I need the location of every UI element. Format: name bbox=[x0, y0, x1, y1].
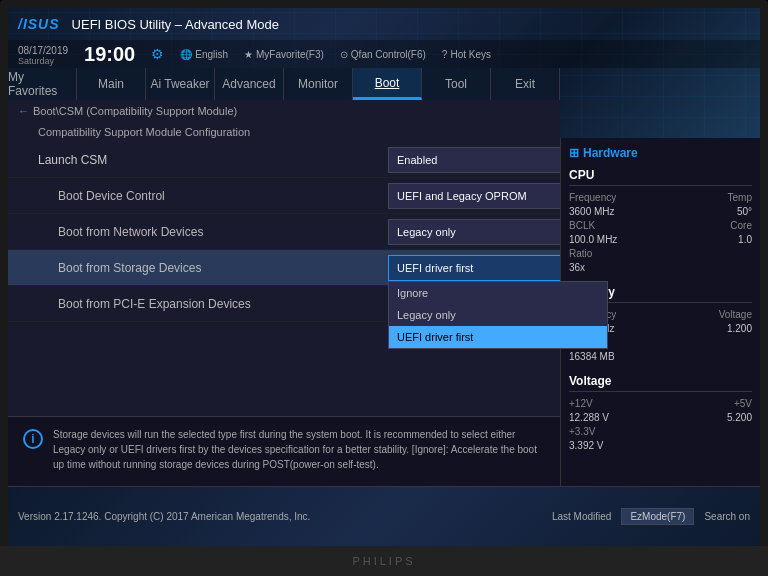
tab-exit[interactable]: Exit bbox=[491, 68, 560, 100]
back-arrow-icon[interactable]: ← bbox=[18, 105, 29, 117]
cpu-ratio-row: Ratio bbox=[569, 248, 752, 259]
tab-advanced[interactable]: Advanced bbox=[215, 68, 284, 100]
section-header: Compatibility Support Module Configurati… bbox=[8, 122, 560, 142]
day: Saturday bbox=[18, 57, 68, 66]
app-title: UEFI BIOS Utility – Advanced Mode bbox=[72, 17, 279, 32]
bottom-bar: Version 2.17.1246. Copyright (C) 2017 Am… bbox=[8, 486, 760, 546]
hardware-icon: ⊞ bbox=[569, 146, 579, 160]
info-icon: i bbox=[23, 429, 43, 449]
volt-12-row: +12V +5V bbox=[569, 398, 752, 409]
cpu-freq-row: Frequency Temp bbox=[569, 192, 752, 203]
logo-bar: /ISUS UEFI BIOS Utility – Advanced Mode bbox=[8, 8, 760, 40]
setting-boot-network: Boot from Network Devices Legacy only ▼ bbox=[8, 214, 560, 250]
boot-storage-label: Boot from Storage Devices bbox=[38, 261, 388, 275]
screen: /ISUS UEFI BIOS Utility – Advanced Mode … bbox=[8, 8, 760, 546]
boot-storage-dropdown-menu: Ignore Legacy only UEFI driver first bbox=[388, 281, 608, 349]
cpu-bclk-val-row: 100.0 MHz 1.0 bbox=[569, 234, 752, 245]
datetime: 08/17/2019 Saturday bbox=[18, 43, 68, 66]
tab-boot[interactable]: Boot bbox=[353, 68, 422, 100]
asus-logo: /ISUS bbox=[18, 16, 60, 32]
search-label: Search on bbox=[704, 511, 750, 522]
settings-area: Launch CSM Enabled ▼ Boot Device Control… bbox=[8, 142, 560, 416]
help-icon: ? bbox=[442, 49, 448, 60]
voltage-title: Voltage bbox=[569, 374, 752, 392]
fan-icon: ⊙ bbox=[340, 49, 348, 60]
setting-boot-storage: Boot from Storage Devices UEFI driver fi… bbox=[8, 250, 560, 286]
last-modified-label: Last Modified bbox=[552, 511, 611, 522]
tab-tool[interactable]: Tool bbox=[422, 68, 491, 100]
cpu-bclk-row: BCLK Core bbox=[569, 220, 752, 231]
globe-icon: 🌐 bbox=[180, 49, 192, 60]
monitor-brand: PHILIPS bbox=[352, 555, 415, 567]
sidebar-voltage-section: Voltage +12V +5V 12.288 V 5.200 +3.3V 3.… bbox=[569, 374, 752, 451]
tab-ai-tweaker[interactable]: Ai Tweaker bbox=[146, 68, 215, 100]
tab-my-favorites[interactable]: My Favorites bbox=[8, 68, 77, 100]
bottom-right: Last Modified EzMode(F7) Search on bbox=[552, 508, 750, 525]
dropdown-option-uefi-first[interactable]: UEFI driver first bbox=[389, 326, 607, 348]
dropdown-option-ignore[interactable]: Ignore bbox=[389, 282, 607, 304]
gear-icon[interactable]: ⚙ bbox=[151, 46, 164, 62]
star-icon: ★ bbox=[244, 49, 253, 60]
version-info: Version 2.17.1246. Copyright (C) 2017 Am… bbox=[18, 511, 310, 522]
mem-cap-val-row: 16384 MB bbox=[569, 351, 752, 362]
date: 08/17/2019 bbox=[18, 45, 68, 56]
setting-boot-device-control: Boot Device Control UEFI and Legacy OPRO… bbox=[8, 178, 560, 214]
nav-tabs: My Favorites Main Ai Tweaker Advanced Mo… bbox=[8, 68, 560, 100]
setting-launch-csm: Launch CSM Enabled ▼ bbox=[8, 142, 560, 178]
volt-33-row: +3.3V bbox=[569, 426, 752, 437]
hotkeys-btn[interactable]: ? Hot Keys bbox=[442, 49, 491, 60]
monitor-bezel: /ISUS UEFI BIOS Utility – Advanced Mode … bbox=[0, 0, 768, 576]
boot-network-label: Boot from Network Devices bbox=[38, 225, 388, 239]
sidebar-cpu-section: CPU Frequency Temp 3600 MHz 50° BCLK Cor… bbox=[569, 168, 752, 273]
boot-pcie-label: Boot from PCI-E Expansion Devices bbox=[38, 297, 388, 311]
info-text: Storage devices will run the selected ty… bbox=[53, 427, 545, 472]
breadcrumb: ← Boot\CSM (Compatibility Support Module… bbox=[8, 100, 560, 122]
tab-main[interactable]: Main bbox=[77, 68, 146, 100]
sidebar-title: Hardware bbox=[583, 146, 638, 160]
tab-monitor[interactable]: Monitor bbox=[284, 68, 353, 100]
monitor-bottom: PHILIPS bbox=[0, 546, 768, 576]
cpu-ratio-val-row: 36x bbox=[569, 262, 752, 273]
cpu-freq-val-row: 3600 MHz 50° bbox=[569, 206, 752, 217]
cpu-title: CPU bbox=[569, 168, 752, 186]
boot-device-control-label: Boot Device Control bbox=[38, 189, 388, 203]
launch-csm-label: Launch CSM bbox=[38, 153, 388, 167]
volt-33-val-row: 3.392 V bbox=[569, 440, 752, 451]
ez-mode-btn[interactable]: EzMode(F7) bbox=[621, 508, 694, 525]
my-favorite-btn[interactable]: ★ MyFavorite(F3) bbox=[244, 49, 324, 60]
info-bar: 08/17/2019 Saturday 19:00 ⚙ 🌐 English ★ … bbox=[8, 40, 760, 68]
dropdown-option-legacy-only[interactable]: Legacy only bbox=[389, 304, 607, 326]
volt-12-val-row: 12.288 V 5.200 bbox=[569, 412, 752, 423]
language-selector[interactable]: 🌐 English bbox=[180, 49, 228, 60]
qfan-btn[interactable]: ⊙ Qfan Control(F6) bbox=[340, 49, 426, 60]
time-display: 19:00 bbox=[84, 43, 135, 66]
section-title: Compatibility Support Module Configurati… bbox=[38, 126, 250, 138]
breadcrumb-text: Boot\CSM (Compatibility Support Module) bbox=[33, 105, 237, 117]
